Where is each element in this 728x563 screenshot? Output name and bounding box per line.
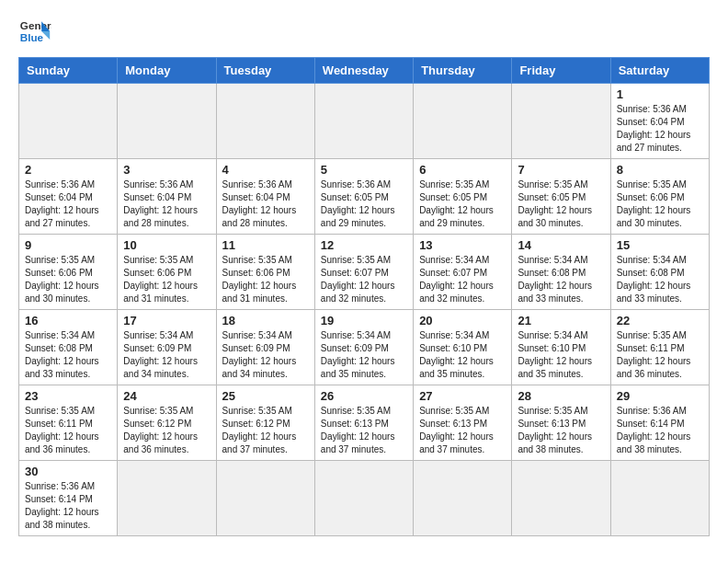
calendar-cell bbox=[512, 461, 610, 536]
day-info: Sunrise: 5:34 AM Sunset: 6:07 PM Dayligh… bbox=[419, 254, 506, 305]
calendar-cell bbox=[610, 461, 709, 536]
day-number: 17 bbox=[123, 314, 210, 327]
day-info: Sunrise: 5:36 AM Sunset: 6:14 PM Dayligh… bbox=[25, 480, 111, 532]
header-wednesday: Wednesday bbox=[314, 58, 413, 84]
calendar-cell: 3Sunrise: 5:36 AM Sunset: 6:04 PM Daylig… bbox=[118, 159, 216, 235]
calendar-cell: 15Sunrise: 5:34 AM Sunset: 6:08 PM Dayli… bbox=[610, 235, 709, 310]
calendar-cell: 17Sunrise: 5:34 AM Sunset: 6:09 PM Dayli… bbox=[118, 310, 216, 385]
calendar-cell: 21Sunrise: 5:34 AM Sunset: 6:10 PM Dayli… bbox=[512, 310, 610, 385]
day-number: 7 bbox=[518, 163, 604, 177]
day-info: Sunrise: 5:35 AM Sunset: 6:06 PM Dayligh… bbox=[25, 254, 111, 305]
calendar-cell: 29Sunrise: 5:36 AM Sunset: 6:14 PM Dayli… bbox=[610, 385, 709, 461]
day-number: 11 bbox=[222, 238, 309, 252]
calendar-cell bbox=[118, 461, 216, 536]
calendar-cell bbox=[19, 84, 118, 159]
day-info: Sunrise: 5:34 AM Sunset: 6:08 PM Dayligh… bbox=[25, 329, 111, 381]
calendar-cell: 9Sunrise: 5:35 AM Sunset: 6:06 PM Daylig… bbox=[19, 235, 118, 310]
day-number: 19 bbox=[321, 314, 407, 327]
day-number: 28 bbox=[518, 389, 604, 403]
calendar-week-row: 2Sunrise: 5:36 AM Sunset: 6:04 PM Daylig… bbox=[19, 159, 710, 235]
calendar-cell bbox=[314, 461, 413, 536]
calendar-cell: 6Sunrise: 5:35 AM Sunset: 6:05 PM Daylig… bbox=[414, 159, 512, 235]
header-friday: Friday bbox=[512, 58, 610, 84]
day-number: 2 bbox=[25, 163, 111, 177]
calendar-cell: 18Sunrise: 5:34 AM Sunset: 6:09 PM Dayli… bbox=[216, 310, 314, 385]
day-number: 12 bbox=[321, 238, 407, 252]
calendar-cell: 28Sunrise: 5:35 AM Sunset: 6:13 PM Dayli… bbox=[512, 385, 610, 461]
calendar-cell bbox=[216, 461, 314, 536]
calendar-week-row: 9Sunrise: 5:35 AM Sunset: 6:06 PM Daylig… bbox=[19, 235, 710, 310]
header-saturday: Saturday bbox=[610, 58, 709, 84]
day-info: Sunrise: 5:36 AM Sunset: 6:05 PM Dayligh… bbox=[321, 178, 407, 230]
calendar-cell: 14Sunrise: 5:34 AM Sunset: 6:08 PM Dayli… bbox=[512, 235, 610, 310]
calendar-cell: 23Sunrise: 5:35 AM Sunset: 6:11 PM Dayli… bbox=[19, 385, 118, 461]
day-info: Sunrise: 5:35 AM Sunset: 6:06 PM Dayligh… bbox=[222, 254, 309, 305]
calendar-cell: 1Sunrise: 5:36 AM Sunset: 6:04 PM Daylig… bbox=[610, 84, 709, 159]
day-info: Sunrise: 5:35 AM Sunset: 6:13 PM Dayligh… bbox=[321, 405, 407, 456]
day-info: Sunrise: 5:36 AM Sunset: 6:04 PM Dayligh… bbox=[617, 103, 703, 155]
calendar-cell: 12Sunrise: 5:35 AM Sunset: 6:07 PM Dayli… bbox=[314, 235, 413, 310]
calendar-cell: 16Sunrise: 5:34 AM Sunset: 6:08 PM Dayli… bbox=[19, 310, 118, 385]
day-info: Sunrise: 5:34 AM Sunset: 6:10 PM Dayligh… bbox=[419, 329, 506, 381]
calendar-cell: 26Sunrise: 5:35 AM Sunset: 6:13 PM Dayli… bbox=[314, 385, 413, 461]
day-info: Sunrise: 5:34 AM Sunset: 6:09 PM Dayligh… bbox=[321, 329, 407, 381]
header-sunday: Sunday bbox=[19, 58, 118, 84]
day-info: Sunrise: 5:34 AM Sunset: 6:09 PM Dayligh… bbox=[123, 329, 210, 381]
day-number: 6 bbox=[419, 163, 506, 177]
day-info: Sunrise: 5:35 AM Sunset: 6:06 PM Dayligh… bbox=[123, 254, 210, 305]
calendar-cell bbox=[414, 461, 512, 536]
day-info: Sunrise: 5:35 AM Sunset: 6:06 PM Dayligh… bbox=[617, 178, 703, 230]
header-tuesday: Tuesday bbox=[216, 58, 314, 84]
day-number: 23 bbox=[25, 389, 111, 403]
calendar-cell: 22Sunrise: 5:35 AM Sunset: 6:11 PM Dayli… bbox=[610, 310, 709, 385]
day-number: 18 bbox=[222, 314, 309, 327]
day-number: 22 bbox=[617, 314, 703, 327]
day-info: Sunrise: 5:34 AM Sunset: 6:08 PM Dayligh… bbox=[617, 254, 703, 305]
day-number: 5 bbox=[321, 163, 407, 177]
day-number: 20 bbox=[419, 314, 506, 327]
day-info: Sunrise: 5:35 AM Sunset: 6:12 PM Dayligh… bbox=[222, 405, 309, 456]
day-info: Sunrise: 5:35 AM Sunset: 6:05 PM Dayligh… bbox=[419, 178, 506, 230]
day-info: Sunrise: 5:36 AM Sunset: 6:04 PM Dayligh… bbox=[222, 178, 309, 230]
day-info: Sunrise: 5:35 AM Sunset: 6:07 PM Dayligh… bbox=[321, 254, 407, 305]
calendar-cell: 11Sunrise: 5:35 AM Sunset: 6:06 PM Dayli… bbox=[216, 235, 314, 310]
day-info: Sunrise: 5:36 AM Sunset: 6:04 PM Dayligh… bbox=[25, 178, 111, 230]
day-number: 27 bbox=[419, 389, 506, 403]
calendar-cell bbox=[414, 84, 512, 159]
day-number: 21 bbox=[518, 314, 604, 327]
calendar-cell: 13Sunrise: 5:34 AM Sunset: 6:07 PM Dayli… bbox=[414, 235, 512, 310]
day-number: 25 bbox=[222, 389, 309, 403]
day-info: Sunrise: 5:35 AM Sunset: 6:11 PM Dayligh… bbox=[25, 405, 111, 456]
calendar-cell: 4Sunrise: 5:36 AM Sunset: 6:04 PM Daylig… bbox=[216, 159, 314, 235]
header: General Blue bbox=[18, 15, 710, 48]
logo: General Blue bbox=[18, 15, 51, 48]
calendar-cell: 7Sunrise: 5:35 AM Sunset: 6:05 PM Daylig… bbox=[512, 159, 610, 235]
calendar-cell: 19Sunrise: 5:34 AM Sunset: 6:09 PM Dayli… bbox=[314, 310, 413, 385]
calendar-cell bbox=[216, 84, 314, 159]
calendar-week-row: 16Sunrise: 5:34 AM Sunset: 6:08 PM Dayli… bbox=[19, 310, 710, 385]
calendar-week-row: 1Sunrise: 5:36 AM Sunset: 6:04 PM Daylig… bbox=[19, 84, 710, 159]
calendar-cell bbox=[314, 84, 413, 159]
calendar-cell bbox=[512, 84, 610, 159]
day-info: Sunrise: 5:35 AM Sunset: 6:13 PM Dayligh… bbox=[518, 405, 604, 456]
day-info: Sunrise: 5:35 AM Sunset: 6:12 PM Dayligh… bbox=[123, 405, 210, 456]
logo-icon: General Blue bbox=[18, 15, 51, 48]
day-number: 26 bbox=[321, 389, 407, 403]
day-number: 1 bbox=[617, 87, 703, 101]
day-number: 4 bbox=[222, 163, 309, 177]
calendar-cell: 24Sunrise: 5:35 AM Sunset: 6:12 PM Dayli… bbox=[118, 385, 216, 461]
header-thursday: Thursday bbox=[414, 58, 512, 84]
calendar-cell: 27Sunrise: 5:35 AM Sunset: 6:13 PM Dayli… bbox=[414, 385, 512, 461]
calendar-cell bbox=[118, 84, 216, 159]
day-number: 24 bbox=[123, 389, 210, 403]
day-info: Sunrise: 5:34 AM Sunset: 6:09 PM Dayligh… bbox=[222, 329, 309, 381]
calendar-cell: 30Sunrise: 5:36 AM Sunset: 6:14 PM Dayli… bbox=[19, 461, 118, 536]
day-info: Sunrise: 5:35 AM Sunset: 6:05 PM Dayligh… bbox=[518, 178, 604, 230]
day-number: 30 bbox=[25, 465, 111, 478]
calendar-week-row: 23Sunrise: 5:35 AM Sunset: 6:11 PM Dayli… bbox=[19, 385, 710, 461]
day-info: Sunrise: 5:34 AM Sunset: 6:10 PM Dayligh… bbox=[518, 329, 604, 381]
calendar-cell: 25Sunrise: 5:35 AM Sunset: 6:12 PM Dayli… bbox=[216, 385, 314, 461]
calendar-cell: 2Sunrise: 5:36 AM Sunset: 6:04 PM Daylig… bbox=[19, 159, 118, 235]
header-monday: Monday bbox=[118, 58, 216, 84]
calendar-cell: 5Sunrise: 5:36 AM Sunset: 6:05 PM Daylig… bbox=[314, 159, 413, 235]
